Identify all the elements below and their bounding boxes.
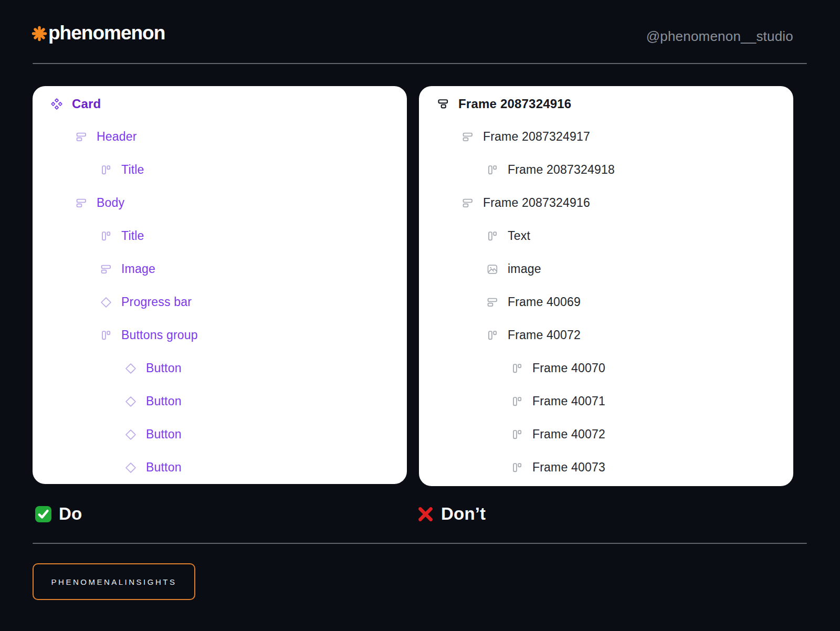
layer-label: Title bbox=[121, 163, 144, 177]
check-mark-icon bbox=[35, 506, 52, 523]
page: phenomenon @phenomenon__studio CardHeade… bbox=[0, 0, 840, 631]
do-caption-label: Do bbox=[59, 504, 82, 524]
layer-row-frame-40072: Frame 40072 bbox=[419, 319, 793, 352]
layer-label: Title bbox=[121, 229, 144, 243]
image-icon bbox=[486, 263, 499, 276]
top-divider bbox=[33, 63, 807, 64]
do-caption: Do bbox=[35, 501, 82, 527]
layer-row-buttons-group: Buttons group bbox=[33, 319, 407, 352]
cross-mark-icon bbox=[417, 506, 434, 523]
layer-row-progress-bar: Progress bar bbox=[33, 286, 407, 319]
layer-row-frame-40069: Frame 40069 bbox=[419, 286, 793, 319]
frame-icon bbox=[486, 296, 499, 309]
frame-icon bbox=[75, 131, 88, 143]
layer-label: Frame 40070 bbox=[532, 361, 605, 375]
hlayout-icon bbox=[100, 230, 112, 243]
layer-row-frame-40070: Frame 40070 bbox=[419, 352, 793, 385]
layer-label: Body bbox=[97, 196, 124, 210]
layer-label: Frame 2087324918 bbox=[508, 163, 615, 177]
layer-label: Frame 2087324916 bbox=[458, 97, 571, 111]
layer-label: Image bbox=[121, 262, 155, 276]
layer-row-text: Text bbox=[419, 219, 793, 253]
layer-row-image: Image bbox=[33, 253, 407, 286]
layer-row-frame-2087324916: Frame 2087324916 bbox=[419, 87, 793, 120]
hlayout-icon bbox=[511, 428, 523, 441]
layer-label: Frame 40071 bbox=[532, 394, 605, 408]
layer-row-button: Button bbox=[33, 418, 407, 451]
do-panel-layer-tree: CardHeaderTitleBodyTitleImageProgress ba… bbox=[33, 86, 407, 484]
layer-row-body: Body bbox=[33, 186, 407, 219]
hlayout-icon bbox=[100, 164, 112, 176]
layer-label: Frame 2087324917 bbox=[483, 130, 590, 144]
frame-icon bbox=[75, 197, 88, 209]
layer-row-button: Button bbox=[33, 451, 407, 484]
layer-label: Button bbox=[146, 394, 182, 408]
hlayout-icon bbox=[486, 329, 499, 342]
dont-caption-label: Don’t bbox=[441, 504, 486, 524]
layer-label: Progress bar bbox=[121, 295, 192, 309]
layer-label: Button bbox=[146, 460, 182, 475]
layer-row-title: Title bbox=[33, 153, 407, 186]
layer-label: Card bbox=[72, 97, 101, 111]
layer-label: Button bbox=[146, 427, 182, 441]
layer-row-frame-40072: Frame 40072 bbox=[419, 418, 793, 451]
layer-row-frame-40073: Frame 40073 bbox=[419, 451, 793, 484]
frame-header-icon bbox=[437, 98, 449, 110]
frame-icon bbox=[461, 131, 474, 143]
bottom-divider bbox=[33, 543, 807, 544]
hlayout-icon bbox=[511, 362, 523, 375]
layer-row-frame-40071: Frame 40071 bbox=[419, 385, 793, 418]
layer-label: Text bbox=[508, 229, 530, 243]
dont-panel-layer-tree: Frame 2087324916Frame 2087324917Frame 20… bbox=[419, 86, 793, 486]
layer-label: image bbox=[508, 262, 541, 276]
layer-label: Frame 40069 bbox=[508, 295, 581, 309]
logo-text: phenomenon bbox=[48, 23, 165, 43]
diamond-icon bbox=[124, 461, 137, 474]
diamond-icon bbox=[100, 296, 112, 309]
component-icon bbox=[50, 98, 63, 110]
layer-label: Button bbox=[146, 361, 182, 375]
layer-label: Frame 40073 bbox=[532, 460, 605, 475]
diamond-icon bbox=[124, 362, 137, 375]
phenomenalinsights-tag-button[interactable]: PHENOMENALINSIGHTS bbox=[33, 563, 195, 600]
layer-row-image: image bbox=[419, 253, 793, 286]
asterisk-logo-icon bbox=[32, 26, 47, 41]
layer-label: Frame 2087324916 bbox=[483, 196, 590, 210]
layer-row-button: Button bbox=[33, 385, 407, 418]
layer-row-card: Card bbox=[33, 87, 407, 120]
frame-icon bbox=[100, 263, 112, 276]
diamond-icon bbox=[124, 395, 137, 408]
layer-label: Header bbox=[97, 130, 137, 144]
layer-row-header: Header bbox=[33, 120, 407, 153]
diamond-icon bbox=[124, 428, 137, 441]
layer-row-frame-2087324917: Frame 2087324917 bbox=[419, 120, 793, 153]
frame-icon bbox=[461, 197, 474, 209]
layer-label: Buttons group bbox=[121, 328, 198, 342]
layer-row-button: Button bbox=[33, 352, 407, 385]
layer-row-frame-2087324918: Frame 2087324918 bbox=[419, 153, 793, 186]
layer-row-frame-2087324916: Frame 2087324916 bbox=[419, 186, 793, 219]
hlayout-icon bbox=[486, 164, 499, 176]
hlayout-icon bbox=[100, 329, 112, 342]
dont-caption: Don’t bbox=[417, 501, 486, 527]
layer-row-title: Title bbox=[33, 219, 407, 253]
social-handle[interactable]: @phenomenon__studio bbox=[646, 28, 793, 45]
hlayout-icon bbox=[511, 461, 523, 474]
hlayout-icon bbox=[486, 230, 499, 243]
layer-label: Frame 40072 bbox=[532, 427, 605, 441]
logo: phenomenon bbox=[32, 23, 165, 43]
hlayout-icon bbox=[511, 395, 523, 408]
layer-label: Frame 40072 bbox=[508, 328, 581, 342]
